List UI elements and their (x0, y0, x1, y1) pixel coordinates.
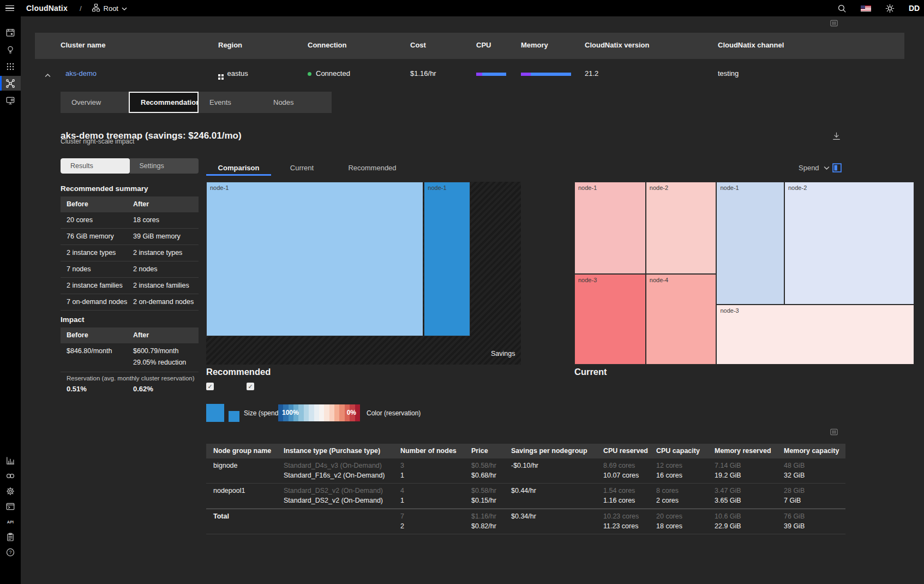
before-value: 7 nodes (67, 265, 91, 273)
col-before: Before (67, 331, 88, 339)
treemap-current-title: Current (574, 367, 607, 377)
scope-selector[interactable]: Root (92, 3, 127, 14)
tab-recommendations[interactable]: Recommendations (129, 92, 199, 113)
color-legend-label: Color (reservation) (367, 409, 421, 417)
checkbox-bignode[interactable]: ✓ (206, 383, 214, 390)
theme-toggle-icon[interactable] (885, 4, 895, 13)
summary-row: 7 on-demand nodes2 on-demand nodes (61, 294, 199, 311)
treemap-current: node-1node-2node-3node-4node-1node-2node… (574, 182, 914, 365)
cluster-row[interactable]: aks-demo eastus Connected $1.16/hr 21.2 … (35, 59, 904, 88)
after-value: 18 cores (133, 216, 159, 224)
cluster-name-link[interactable]: aks-demo (65, 69, 97, 78)
download-icon[interactable] (832, 132, 841, 141)
column-header: Cluster name (61, 41, 105, 49)
before-value: 2 instance families (67, 282, 123, 289)
treemap-recommended: Savings node-1node-1 (206, 182, 521, 365)
spend-dropdown[interactable]: Spend (795, 163, 833, 172)
tab-events[interactable]: Events (199, 92, 262, 113)
treemap-node[interactable]: node-3 (716, 305, 914, 365)
treemap-node[interactable]: node-1 (424, 182, 470, 336)
panel-tab-settings[interactable]: Settings (130, 158, 199, 174)
sidebar-item-audit-icon[interactable] (0, 529, 21, 544)
sidebar-item-clusters-icon[interactable] (0, 76, 21, 91)
column-header: CPU reserved (603, 447, 648, 455)
search-icon[interactable] (837, 4, 847, 13)
cluster-cost: $1.16/hr (410, 69, 436, 78)
sidebar-item-apps-icon[interactable] (0, 59, 21, 74)
sidebar-item-console-icon[interactable] (0, 499, 21, 514)
treemap-node[interactable]: node-3 (574, 274, 646, 365)
impact-heading: Impact (61, 315, 85, 324)
status-dot (308, 72, 311, 76)
app-title: CloudNatix (26, 4, 68, 13)
table-row-bignode: bignodeStandard_D4s_v3 (On-Demand)Standa… (206, 458, 845, 484)
treemap-node[interactable]: node-1 (716, 182, 784, 305)
after-value: 39 GiB memory (133, 233, 181, 240)
sidebar-item-metering-icon[interactable] (0, 453, 21, 468)
nodegroup-table: Node group nameInstance type (Purchase t… (206, 444, 845, 534)
topbar: CloudNatix / Root DD (0, 0, 924, 16)
column-header: Connection (308, 41, 347, 49)
impact-row: $846.80/month$600.79/month29.05% reducti… (61, 343, 199, 372)
collapse-row-icon[interactable] (45, 71, 51, 79)
tab-overview[interactable]: Overview (61, 92, 129, 113)
sidebar-item-settings-icon[interactable] (0, 484, 21, 498)
menu-icon[interactable] (0, 0, 21, 16)
column-header: Memory reserved (715, 447, 771, 455)
sidebar-item-dashboard-icon[interactable] (0, 25, 21, 40)
column-header: Region (218, 41, 242, 49)
table-row-total: Total72$1.16/hr$0.82/hr$0.34/hr10.23 cor… (206, 509, 845, 534)
page-subtitle: Cluster right-scale impact (61, 138, 134, 145)
summary-row: 2 instance types2 instance types (61, 245, 199, 261)
hierarchy-icon (92, 3, 100, 14)
language-button[interactable] (861, 5, 871, 11)
treemap-node[interactable]: node-1 (206, 182, 423, 336)
reservation-label: Reservation (avg. monthly cluster reserv… (67, 375, 208, 382)
impact-before: $846.80/month (67, 347, 112, 355)
sidebar-item-api-icon[interactable]: API (0, 514, 21, 529)
sidebar-item-integrations-icon[interactable] (0, 468, 21, 483)
memory-usage-bar (521, 73, 571, 76)
sidebar-item-help-icon[interactable]: ? (0, 545, 21, 559)
scope-label: Root (104, 4, 118, 13)
svg-text:API: API (7, 520, 14, 525)
panel-tab-results[interactable]: Results (61, 158, 130, 174)
sidebar-item-insights-icon[interactable] (0, 42, 21, 57)
us-flag-icon (861, 5, 871, 11)
screen: CloudNatix / Root DD API? Cluster nameRe… (0, 0, 924, 584)
column-header: Cost (410, 41, 426, 49)
treemap-node[interactable]: node-1 (574, 182, 646, 274)
checkbox-nodepool1[interactable]: ✓ (247, 383, 254, 390)
tab-nodes[interactable]: Nodes (262, 92, 332, 113)
sidebar-item-provision-icon[interactable] (0, 93, 21, 108)
column-settings-icon[interactable] (830, 428, 838, 438)
column-header: Savings per nodegroup (511, 447, 587, 455)
view-tab-recommended[interactable]: Recommended (333, 161, 412, 175)
summary-row: 20 cores18 cores (61, 212, 199, 229)
breadcrumb-separator: / (80, 4, 82, 13)
results-settings-switcher: ResultsSettings (61, 158, 199, 174)
treemap-node[interactable]: node-2 (646, 182, 717, 274)
column-header: Number of nodes (400, 447, 457, 455)
topbar-actions: DD (837, 0, 924, 16)
treemap-recommended-title: Recommended (206, 367, 271, 377)
impact-table-head: BeforeAfter (61, 327, 199, 343)
impact-table: BeforeAfter$846.80/month$600.79/month29.… (61, 327, 199, 372)
column-header: Memory (521, 41, 548, 49)
treemap-node[interactable]: node-4 (646, 274, 717, 365)
view-tab-comparison[interactable]: Comparison (206, 161, 271, 175)
cluster-version: 21.2 (585, 69, 598, 78)
treemap-node[interactable]: node-2 (784, 182, 914, 305)
column-header: CloudNatix channel (718, 41, 784, 49)
column-header: Instance type (Purchase type) (284, 447, 380, 455)
cpu-usage-bar (476, 73, 506, 76)
column-header: Memory capacity (784, 447, 839, 455)
summary-table-head: BeforeAfter (61, 196, 199, 212)
view-tab-current[interactable]: Current (271, 161, 333, 175)
avatar[interactable]: DD (909, 4, 924, 13)
layout-panel-icon[interactable] (832, 163, 842, 172)
before-value: 76 GiB memory (67, 233, 114, 240)
column-settings-icon[interactable] (830, 19, 838, 29)
after-value: 2 instance types (133, 249, 182, 257)
before-value: 20 cores (67, 216, 93, 224)
